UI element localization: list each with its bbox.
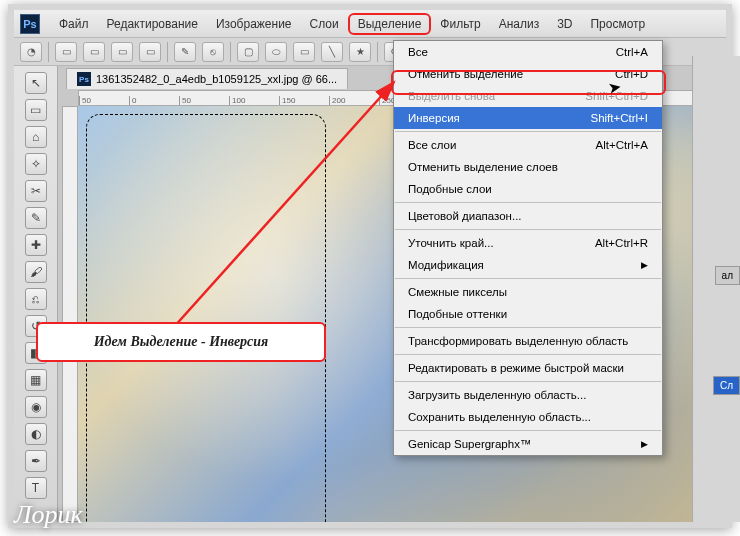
panel-tab-1[interactable]: ал	[715, 266, 740, 285]
opt-rect-int[interactable]: ▭	[139, 42, 161, 62]
panel-tab-2[interactable]: Сл	[713, 376, 740, 395]
menu-separator	[395, 381, 661, 382]
opt-pen[interactable]: ✎	[174, 42, 196, 62]
menu-item-shortcut: Ctrl+A	[616, 46, 648, 58]
menu-item-22[interactable]: Сохранить выделенную область...	[394, 406, 662, 428]
separator	[230, 42, 231, 62]
app-logo: Ps	[20, 14, 40, 34]
menu-item-9[interactable]: Цветовой диапазон...	[394, 205, 662, 227]
menu-item-17[interactable]: Трансформировать выделенную область	[394, 330, 662, 352]
ruler-vertical	[62, 106, 78, 522]
menu-item-11[interactable]: Уточнить край...Alt+Ctrl+R	[394, 232, 662, 254]
menu-item-label: Отменить выделение слоев	[408, 161, 558, 173]
menu-item-24[interactable]: Genicap Supergraphx™▶	[394, 433, 662, 455]
opt-shape1[interactable]: ▢	[237, 42, 259, 62]
menu-file[interactable]: Файл	[50, 13, 98, 35]
gradient-tool[interactable]: ▦	[25, 369, 47, 391]
menu-item-5[interactable]: Все слоиAlt+Ctrl+A	[394, 134, 662, 156]
menu-view[interactable]: Просмотр	[581, 13, 654, 35]
menu-item-label: Отменить выделение	[408, 68, 523, 80]
menu-select[interactable]: Выделение	[348, 13, 432, 35]
menu-item-label: Модификация	[408, 259, 484, 271]
menu-separator	[395, 354, 661, 355]
menu-edit[interactable]: Редактирование	[98, 13, 207, 35]
menu-item-label: Genicap Supergraphx™	[408, 438, 531, 450]
menu-item-2: Выделить сноваShift+Ctrl+D	[394, 85, 662, 107]
menu-item-label: Уточнить край...	[408, 237, 494, 249]
menu-3d[interactable]: 3D	[548, 13, 581, 35]
ps-file-icon: Ps	[77, 72, 91, 86]
opt-rect-new[interactable]: ▭	[55, 42, 77, 62]
menu-item-label: Инверсия	[408, 112, 460, 124]
menu-item-label: Трансформировать выделенную область	[408, 335, 628, 347]
brush-tool[interactable]: 🖌	[25, 261, 47, 283]
opt-rect-add[interactable]: ▭	[83, 42, 105, 62]
menu-item-label: Подобные слои	[408, 183, 492, 195]
menu-separator	[395, 131, 661, 132]
menu-item-shortcut: Shift+Ctrl+I	[590, 112, 648, 124]
dodge-tool[interactable]: ◐	[25, 423, 47, 445]
menu-item-12[interactable]: Модификация▶	[394, 254, 662, 276]
submenu-arrow-icon: ▶	[641, 260, 648, 270]
menu-item-shortcut: Alt+Ctrl+R	[595, 237, 648, 249]
submenu-arrow-icon: ▶	[641, 439, 648, 449]
tool-preset-picker[interactable]: ◔	[20, 42, 42, 62]
menu-item-shortcut: Ctrl+D	[615, 68, 648, 80]
menu-item-label: Выделить снова	[408, 90, 495, 102]
move-tool[interactable]: ↖	[25, 72, 47, 94]
marquee-tool[interactable]: ▭	[25, 99, 47, 121]
menu-item-label: Цветовой диапазон...	[408, 210, 522, 222]
eyedropper-tool[interactable]: ✎	[25, 207, 47, 229]
menu-item-6[interactable]: Отменить выделение слоев	[394, 156, 662, 178]
annotation-callout: Идем Выделение - Инверсия	[36, 322, 326, 362]
menu-separator	[395, 327, 661, 328]
selection-marquee	[86, 114, 326, 522]
document-tab[interactable]: Ps 1361352482_0_a4edb_b1059125_xxl.jpg @…	[66, 68, 348, 89]
crop-tool[interactable]: ✂	[25, 180, 47, 202]
separator	[377, 42, 378, 62]
select-menu-dropdown: ВсеCtrl+AОтменить выделениеCtrl+DВыделит…	[393, 40, 663, 456]
menu-item-label: Все	[408, 46, 428, 58]
toolbox: ↖ ▭ ⌂ ✧ ✂ ✎ ✚ 🖌 ⎌ ↺ ◧ ▦ ◉ ◐ ✒ T	[14, 66, 58, 522]
wand-tool[interactable]: ✧	[25, 153, 47, 175]
menu-item-7[interactable]: Подобные слои	[394, 178, 662, 200]
document-filename: 1361352482_0_a4edb_b1059125_xxl.jpg @ 66…	[96, 73, 337, 85]
opt-shape2[interactable]: ⬭	[265, 42, 287, 62]
menu-analysis[interactable]: Анализ	[490, 13, 549, 35]
pen-tool[interactable]: ✒	[25, 450, 47, 472]
menu-separator	[395, 430, 661, 431]
menu-item-21[interactable]: Загрузить выделенную область...	[394, 384, 662, 406]
menubar: Ps Файл Редактирование Изображение Слои …	[14, 10, 726, 38]
separator	[167, 42, 168, 62]
menu-separator	[395, 229, 661, 230]
menu-filter[interactable]: Фильтр	[431, 13, 489, 35]
type-tool[interactable]: T	[25, 477, 47, 499]
menu-separator	[395, 202, 661, 203]
blur-tool[interactable]: ◉	[25, 396, 47, 418]
menu-item-shortcut: Alt+Ctrl+A	[596, 139, 648, 151]
menu-item-1[interactable]: Отменить выделениеCtrl+D	[394, 63, 662, 85]
heal-tool[interactable]: ✚	[25, 234, 47, 256]
opt-rect-sub[interactable]: ▭	[111, 42, 133, 62]
opt-share[interactable]: ⎋	[202, 42, 224, 62]
menu-layers[interactable]: Слои	[301, 13, 348, 35]
menu-item-label: Редактировать в режиме быстрой маски	[408, 362, 624, 374]
menu-item-15[interactable]: Подобные оттенки	[394, 303, 662, 325]
menu-item-19[interactable]: Редактировать в режиме быстрой маски	[394, 357, 662, 379]
menu-item-label: Смежные пикселы	[408, 286, 507, 298]
stamp-tool[interactable]: ⎌	[25, 288, 47, 310]
menu-item-3[interactable]: ИнверсияShift+Ctrl+I	[394, 107, 662, 129]
menu-item-0[interactable]: ВсеCtrl+A	[394, 41, 662, 63]
menu-item-label: Все слои	[408, 139, 456, 151]
separator	[48, 42, 49, 62]
opt-star[interactable]: ★	[349, 42, 371, 62]
watermark: Лорик	[14, 500, 83, 530]
menu-item-label: Загрузить выделенную область...	[408, 389, 586, 401]
lasso-tool[interactable]: ⌂	[25, 126, 47, 148]
menu-item-14[interactable]: Смежные пикселы	[394, 281, 662, 303]
panels-dock: ал Сл	[692, 56, 740, 522]
opt-line[interactable]: ╲	[321, 42, 343, 62]
opt-shape3[interactable]: ▭	[293, 42, 315, 62]
menu-item-label: Подобные оттенки	[408, 308, 507, 320]
menu-image[interactable]: Изображение	[207, 13, 301, 35]
